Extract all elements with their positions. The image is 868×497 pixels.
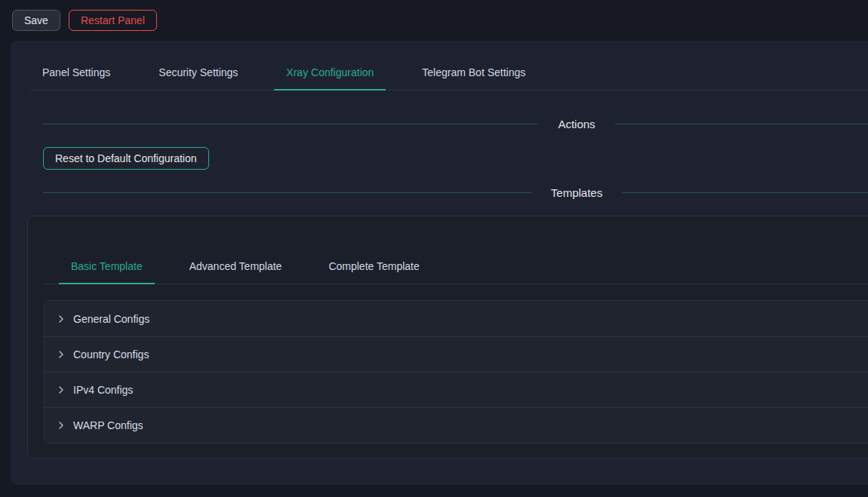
template-tabs: Basic Template Advanced Template Complet… <box>44 251 868 284</box>
chevron-right-icon <box>57 350 66 359</box>
chevron-right-icon <box>57 385 66 394</box>
restart-panel-button[interactable]: Restart Panel <box>69 10 157 31</box>
chevron-right-icon <box>57 421 66 430</box>
tab-panel-settings[interactable]: Panel Settings <box>30 57 122 90</box>
save-button[interactable]: Save <box>12 10 60 31</box>
chevron-right-icon <box>57 314 66 324</box>
collapse-label: General Configs <box>73 313 149 325</box>
xray-configuration-panel: Actions Reset to Default Configuration T… <box>43 91 868 459</box>
tab-advanced-template[interactable]: Advanced Template <box>177 251 294 284</box>
collapse-ipv4-configs[interactable]: IPv4 Configs <box>45 372 868 407</box>
collapse-label: IPv4 Configs <box>73 384 133 396</box>
tab-xray-configuration[interactable]: Xray Configuration <box>274 57 386 90</box>
topbar: Save Restart Panel <box>0 0 868 41</box>
collapse-warp-configs[interactable]: WARP Configs <box>45 407 868 443</box>
tab-security-settings[interactable]: Security Settings <box>146 57 250 90</box>
collapse-label: Country Configs <box>73 348 149 360</box>
templates-divider-label: Templates <box>531 186 622 199</box>
templates-card: Basic Template Advanced Template Complet… <box>27 216 868 459</box>
collapse-country-configs[interactable]: Country Configs <box>45 336 868 372</box>
configs-collapse: General Configs Country Configs IPv4 Con… <box>44 300 868 443</box>
collapse-label: WARP Configs <box>73 419 143 431</box>
actions-divider: Actions <box>43 118 868 130</box>
actions-divider-label: Actions <box>538 118 614 130</box>
settings-card: Panel Settings Security Settings Xray Co… <box>11 41 868 485</box>
tab-telegram-bot-settings[interactable]: Telegram Bot Settings <box>410 57 537 90</box>
collapse-general-configs[interactable]: General Configs <box>45 301 868 336</box>
templates-divider: Templates <box>43 186 868 199</box>
reset-default-configuration-button[interactable]: Reset to Default Configuration <box>43 147 209 170</box>
tab-basic-template[interactable]: Basic Template <box>59 251 155 284</box>
main-tabs: Panel Settings Security Settings Xray Co… <box>30 57 868 91</box>
tab-complete-template[interactable]: Complete Template <box>316 251 431 284</box>
